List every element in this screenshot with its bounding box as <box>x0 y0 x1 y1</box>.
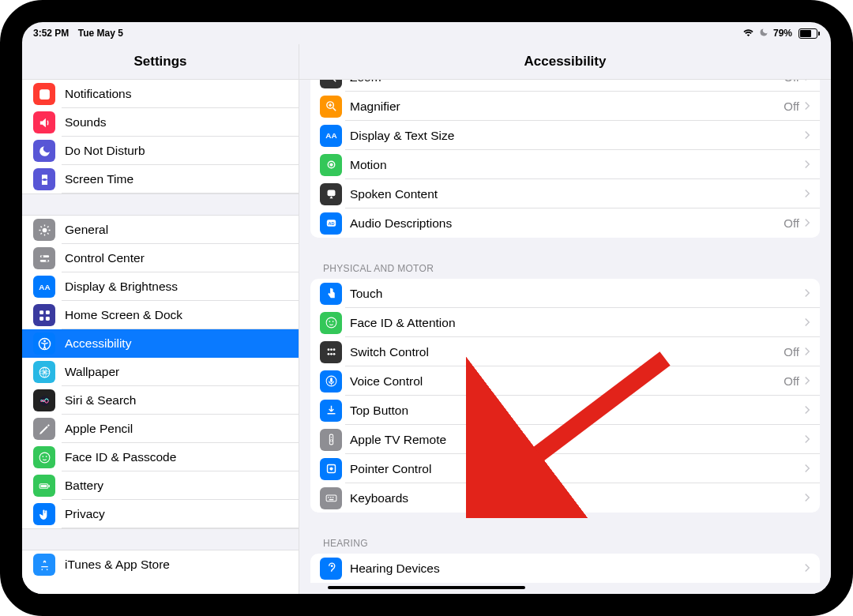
sidebar-item-siri-search[interactable]: Siri & Search <box>22 386 299 415</box>
status-right: 79% <box>742 28 820 39</box>
svg-rect-11 <box>45 316 49 320</box>
svg-point-38 <box>327 353 329 355</box>
settings-row-zoom[interactable]: ZoomOff <box>310 80 820 92</box>
motion-icon <box>320 154 342 176</box>
chevron-right-icon <box>804 562 810 576</box>
svg-point-53 <box>330 565 333 567</box>
row-label: Top Button <box>350 404 804 418</box>
sidebar-item-label: Notifications <box>65 87 131 101</box>
svg-text:AA: AA <box>325 131 336 140</box>
status-date: Tue May 5 <box>78 28 123 39</box>
svg-point-34 <box>326 317 336 328</box>
sidebar-item-itunes-app-store[interactable]: iTunes & App Store <box>22 550 299 579</box>
svg-point-19 <box>39 453 50 463</box>
sidebar-item-display-brightness[interactable]: AADisplay & Brightness <box>22 272 299 301</box>
svg-rect-9 <box>45 310 49 314</box>
sidebar-item-label: Face ID & Passcode <box>65 450 176 464</box>
chevron-right-icon <box>804 316 810 330</box>
row-value: Off <box>783 80 799 84</box>
detail-pane[interactable]: ZoomOffMagnifierOffAADisplay & Text Size… <box>299 80 831 594</box>
sidebar-item-do-not-disturb[interactable]: Do Not Disturb <box>22 137 299 165</box>
row-label: Keyboards <box>350 491 804 505</box>
siri-icon <box>33 389 55 411</box>
svg-rect-52 <box>329 499 333 500</box>
cc-icon <box>33 247 55 269</box>
chevron-right-icon <box>804 433 810 447</box>
privacy-icon <box>33 503 55 525</box>
svg-point-32 <box>329 321 330 322</box>
faceid-icon <box>33 446 55 468</box>
settings-row-magnifier[interactable]: MagnifierOff <box>310 92 820 121</box>
svg-point-6 <box>45 259 47 261</box>
settings-row-pointer-control[interactable]: Pointer Control <box>310 454 820 483</box>
sidebar-item-apple-pencil[interactable]: Apple Pencil <box>22 415 299 443</box>
sidebar-item-general[interactable]: General <box>22 216 299 244</box>
row-label: Switch Control <box>350 345 783 359</box>
settings-row-face-id-attention[interactable]: Face ID & Attention <box>310 308 820 337</box>
chevron-right-icon <box>804 129 810 143</box>
general-icon <box>33 219 55 241</box>
wallpaper-icon <box>33 361 55 383</box>
sidebar-item-notifications[interactable]: Notifications <box>22 80 299 108</box>
chevron-right-icon <box>804 158 810 172</box>
section-header-physical-and-motor: Physical and Motor <box>310 252 820 279</box>
sidebar-item-sounds[interactable]: Sounds <box>22 108 299 137</box>
row-value: Off <box>783 100 799 113</box>
chevron-right-icon <box>804 187 810 201</box>
topbtn-icon <box>320 400 342 422</box>
chevron-right-icon <box>804 216 810 231</box>
svg-point-2 <box>42 227 47 232</box>
sidebar-item-privacy[interactable]: Privacy <box>22 500 299 528</box>
settings-row-spoken-content[interactable]: Spoken Content <box>310 179 820 208</box>
sidebar-item-label: Do Not Disturb <box>65 144 145 158</box>
spoken-icon <box>320 183 342 205</box>
status-left: 3:52 PM Tue May 5 <box>33 28 130 39</box>
settings-row-switch-control[interactable]: Switch ControlOff <box>310 337 820 366</box>
sidebar-list[interactable]: NotificationsSoundsDo Not DisturbScreen … <box>22 80 299 594</box>
row-label: Display & Text Size <box>350 129 804 143</box>
sidebar-item-label: Apple Pencil <box>65 422 133 436</box>
settings-row-hearing-devices[interactable]: Hearing Devices <box>310 554 820 583</box>
appstore-icon <box>33 554 55 576</box>
settings-row-top-button[interactable]: Top Button <box>310 396 820 425</box>
sidebar-item-screen-time[interactable]: Screen Time <box>22 165 299 193</box>
sidebar-item-battery[interactable]: Battery <box>22 471 299 500</box>
settings-row-keyboards[interactable]: Keyboards <box>310 483 820 513</box>
status-bar: 3:52 PM Tue May 5 79% <box>22 22 831 44</box>
svg-text:AA: AA <box>39 283 50 291</box>
sidebar-item-label: General <box>65 223 108 237</box>
sidebar-item-face-id-passcode[interactable]: Face ID & Passcode <box>22 443 299 471</box>
svg-rect-22 <box>48 485 49 487</box>
row-label: Touch <box>350 287 804 301</box>
audiodesc-icon: AD <box>320 212 342 235</box>
sidebar-item-accessibility[interactable]: Accessibility <box>22 329 299 358</box>
svg-rect-42 <box>330 377 333 382</box>
sidebar-group-spacer <box>22 528 299 550</box>
settings-row-display-text-size[interactable]: AADisplay & Text Size <box>310 121 820 150</box>
touch-icon <box>320 283 342 305</box>
settings-row-motion[interactable]: Motion <box>310 150 820 179</box>
row-label: Voice Control <box>350 374 783 389</box>
settings-row-touch[interactable]: Touch <box>310 279 820 308</box>
settings-row-audio-descriptions[interactable]: ADAudio DescriptionsOff <box>310 208 820 238</box>
tvremote-icon <box>320 429 342 451</box>
settings-row-voice-control[interactable]: Voice ControlOff <box>310 366 820 396</box>
split-view: NotificationsSoundsDo Not DisturbScreen … <box>22 80 831 594</box>
chevron-right-icon <box>804 100 810 114</box>
settings-row-apple-tv-remote[interactable]: Apple TV Remote <box>310 425 820 454</box>
svg-point-47 <box>329 467 333 470</box>
sidebar-item-home-screen-dock[interactable]: Home Screen & Dock <box>22 301 299 329</box>
pointer-icon <box>320 458 342 480</box>
sidebar-item-control-center[interactable]: Control Center <box>22 244 299 272</box>
keyboards-icon <box>320 487 342 509</box>
svg-point-37 <box>333 348 335 351</box>
sidebar-item-wallpaper[interactable]: Wallpaper <box>22 358 299 386</box>
battery-icon <box>797 28 820 39</box>
dnd-icon <box>33 140 55 162</box>
sidebar-item-label: iTunes & App Store <box>65 558 170 572</box>
magnifier-icon <box>320 96 342 118</box>
sidebar-item-label: Display & Brightness <box>65 280 178 294</box>
row-label: Zoom <box>350 80 783 85</box>
screentime-icon <box>33 168 55 190</box>
sidebar-item-label: Accessibility <box>65 336 131 351</box>
